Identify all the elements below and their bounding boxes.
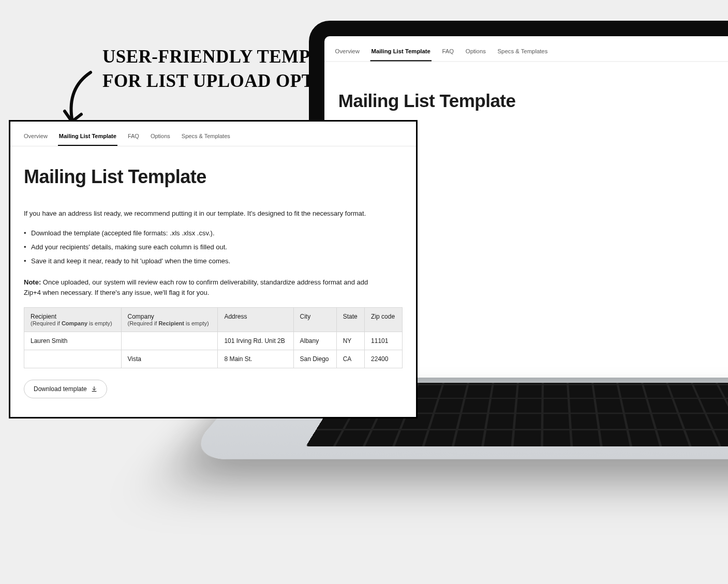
cell-company: Vista bbox=[121, 350, 218, 368]
cell-address: 101 Irving Rd. Unit 2B bbox=[218, 332, 293, 350]
tab-bar: Overview Mailing List Template FAQ Optio… bbox=[10, 122, 416, 146]
table-row: Lauren Smith 101 Irving Rd. Unit 2B Alba… bbox=[24, 332, 403, 350]
arrow-icon bbox=[60, 70, 101, 127]
cell-address: 8 Main St. bbox=[218, 350, 293, 368]
cell-recipient: Lauren Smith bbox=[24, 332, 122, 350]
cell-company bbox=[121, 332, 218, 350]
cell-zip: 22400 bbox=[365, 350, 403, 368]
tab-mailing-list-template-laptop[interactable]: Mailing List Template bbox=[370, 48, 431, 62]
col-address: Address bbox=[218, 307, 293, 332]
col-recipient: Recipient (Required if Company is empty) bbox=[24, 307, 122, 332]
cell-zip: 11101 bbox=[365, 332, 403, 350]
cell-city: Albany bbox=[293, 332, 336, 350]
list-item: Download the template (accepted file for… bbox=[24, 228, 403, 239]
page-title-laptop: Mailing List Template bbox=[338, 91, 728, 111]
cell-city: San Diego bbox=[293, 350, 336, 368]
tab-overview-laptop[interactable]: Overview bbox=[334, 48, 361, 62]
list-item: Save it and keep it near, ready to hit '… bbox=[24, 256, 403, 267]
tab-specs-templates[interactable]: Specs & Templates bbox=[181, 133, 231, 146]
col-city: City bbox=[293, 307, 336, 332]
tab-options[interactable]: Options bbox=[150, 133, 171, 146]
download-icon bbox=[91, 386, 97, 392]
note-label: Note: bbox=[24, 278, 41, 286]
cell-state: NY bbox=[336, 332, 364, 350]
note-body: Once uploaded, our system will review ea… bbox=[24, 278, 368, 296]
cell-state: CA bbox=[336, 350, 364, 368]
list-item: Add your recipients' details, making sur… bbox=[24, 242, 403, 253]
address-table: Recipient (Required if Company is empty)… bbox=[24, 307, 403, 368]
tab-overview[interactable]: Overview bbox=[23, 133, 49, 146]
col-zip: Zip code bbox=[365, 307, 403, 332]
tab-options-laptop[interactable]: Options bbox=[465, 48, 487, 62]
tab-faq-laptop[interactable]: FAQ bbox=[441, 48, 455, 62]
page-panel: Overview Mailing List Template FAQ Optio… bbox=[9, 120, 418, 418]
cell-recipient bbox=[24, 350, 122, 368]
instruction-list: Download the template (accepted file for… bbox=[24, 228, 403, 266]
tab-specs-templates-laptop[interactable]: Specs & Templates bbox=[496, 48, 548, 62]
download-template-label: Download template bbox=[34, 385, 87, 393]
intro-text: If you have an address list ready, we re… bbox=[24, 208, 376, 219]
col-company: Company (Required if Recipient is empty) bbox=[121, 307, 218, 332]
col-state: State bbox=[336, 307, 364, 332]
tab-mailing-list-template[interactable]: Mailing List Template bbox=[58, 133, 117, 146]
tab-faq[interactable]: FAQ bbox=[127, 133, 140, 146]
table-row: Vista 8 Main St. San Diego CA 22400 bbox=[24, 350, 403, 368]
download-template-button[interactable]: Download template bbox=[24, 380, 107, 398]
page-title: Mailing List Template bbox=[24, 166, 403, 188]
note-text: Note: Once uploaded, our system will rev… bbox=[24, 277, 386, 298]
